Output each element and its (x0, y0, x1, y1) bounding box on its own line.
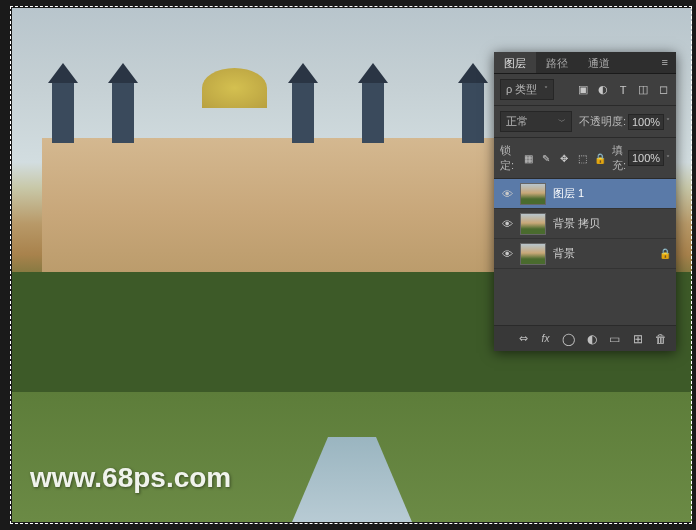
fx-icon[interactable]: fx (538, 331, 553, 346)
lock-label: 锁定: (500, 143, 517, 173)
group-icon[interactable]: ▭ (607, 331, 622, 346)
filter-label: ρ 类型 (506, 82, 537, 97)
tower (52, 83, 74, 143)
fill-control: 填充: 100% ˅ (612, 143, 670, 173)
panel-menu-icon[interactable]: ≡ (654, 52, 676, 73)
tab-channels[interactable]: 路径 (536, 52, 578, 73)
layer-name[interactable]: 背景 (553, 246, 659, 261)
lock-artboard-icon[interactable]: ⬚ (576, 152, 589, 165)
opacity-label: 不透明度: (579, 114, 626, 129)
layer-thumbnail[interactable] (520, 243, 546, 265)
filter-adjust-icon[interactable]: ◐ (596, 83, 610, 97)
castle-graphic (42, 138, 512, 288)
new-layer-icon[interactable]: ⊞ (630, 331, 645, 346)
filter-type-select[interactable]: ρ 类型 ˅ (500, 79, 554, 100)
blend-mode-select[interactable]: 正常 ﹀ (500, 111, 572, 132)
visibility-toggle-icon[interactable]: 👁 (499, 246, 515, 262)
mask-icon[interactable]: ◯ (561, 331, 576, 346)
lock-icons: ▦ ✎ ✥ ⬚ 🔒 (522, 152, 607, 165)
blend-mode-value: 正常 (506, 114, 528, 129)
opacity-control: 不透明度: 100% ˅ (579, 114, 670, 130)
adjustment-icon[interactable]: ◐ (584, 331, 599, 346)
layer-name[interactable]: 背景 拷贝 (553, 216, 671, 231)
filter-icons: ▣ ◐ T ◫ ◻ (576, 83, 670, 97)
filter-shape-icon[interactable]: ◫ (636, 83, 650, 97)
fill-label: 填充: (612, 143, 626, 173)
layer-row[interactable]: 👁 图层 1 (494, 179, 676, 209)
layer-row[interactable]: 👁 背景 拷贝 (494, 209, 676, 239)
tab-layers[interactable]: 图层 (494, 52, 536, 73)
chevron-down-icon: ﹀ (558, 116, 566, 127)
blend-row: 正常 ﹀ 不透明度: 100% ˅ (494, 106, 676, 138)
watermark: www.68ps.com (30, 462, 231, 494)
tab-paths[interactable]: 通道 (578, 52, 620, 73)
layer-name[interactable]: 图层 1 (553, 186, 671, 201)
tower (462, 83, 484, 143)
layers-empty-area[interactable] (494, 269, 676, 325)
lock-icon: 🔒 (659, 248, 671, 260)
layer-thumbnail[interactable] (520, 183, 546, 205)
opacity-input[interactable]: 100% (628, 114, 664, 130)
fill-input[interactable]: 100% (628, 150, 664, 166)
lock-all-icon[interactable]: 🔒 (594, 152, 607, 165)
link-layers-icon[interactable]: ⇔ (519, 332, 528, 345)
chevron-down-icon: ˅ (544, 85, 548, 94)
lock-row: 锁定: ▦ ✎ ✥ ⬚ 🔒 填充: 100% ˅ (494, 138, 676, 179)
filter-pixel-icon[interactable]: ▣ (576, 83, 590, 97)
layers-panel: 图层 路径 通道 ≡ ρ 类型 ˅ ▣ ◐ T ◫ ◻ 正常 ﹀ 不透明度: 1… (494, 52, 676, 351)
chevron-down-icon[interactable]: ˅ (666, 117, 670, 126)
filter-text-icon[interactable]: T (616, 83, 630, 97)
filter-type-row: ρ 类型 ˅ ▣ ◐ T ◫ ◻ (494, 74, 676, 106)
tower (112, 83, 134, 143)
visibility-toggle-icon[interactable]: 👁 (499, 216, 515, 232)
tower (292, 83, 314, 143)
trash-icon[interactable]: 🗑 (653, 331, 668, 346)
layer-thumbnail[interactable] (520, 213, 546, 235)
lock-brush-icon[interactable]: ✎ (540, 152, 553, 165)
panel-tabs: 图层 路径 通道 ≡ (494, 52, 676, 74)
layer-row[interactable]: 👁 背景 🔒 (494, 239, 676, 269)
panel-footer: ⇔ fx ◯ ◐ ▭ ⊞ 🗑 (494, 325, 676, 351)
tower (362, 83, 384, 143)
lock-pixels-icon[interactable]: ▦ (522, 152, 535, 165)
lock-position-icon[interactable]: ✥ (558, 152, 571, 165)
dome (202, 68, 267, 108)
layers-list: 👁 图层 1 👁 背景 拷贝 👁 背景 🔒 (494, 179, 676, 325)
filter-smart-icon[interactable]: ◻ (656, 83, 670, 97)
chevron-down-icon[interactable]: ˅ (666, 154, 670, 163)
visibility-toggle-icon[interactable]: 👁 (499, 186, 515, 202)
